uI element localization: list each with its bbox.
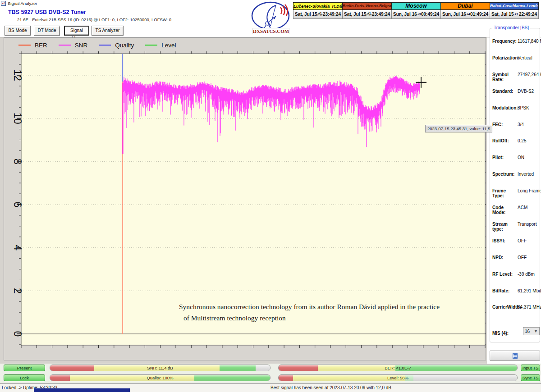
chevron-down-icon: ▼ — [534, 329, 538, 333]
transponder-label: Standard: — [492, 89, 518, 94]
svg-text:0: 0 — [12, 331, 23, 337]
transponder-label: Frame Type: — [492, 188, 518, 198]
clock-utc-offset: +1DST — [317, 12, 323, 17]
clock-date: Sat, Jul 15 — [295, 12, 317, 17]
clock-utc-offset: +1 — [514, 13, 518, 15]
mis-label: MIS (4): — [492, 331, 509, 336]
clock-city-label: Lučenec-Slovakia_R.Dávid — [293, 2, 342, 10]
transponder-label: Code Mode: — [492, 205, 518, 215]
transponder-value: -39 dBm — [518, 272, 535, 277]
clock-date: Sun, Jul 16 — [442, 12, 466, 17]
clock-city-label: Rabat-Casablanca-London — [490, 2, 539, 10]
transponder-row: Spectrum:Inverted — [492, 172, 539, 177]
window-titlebar: Signal Analyzer — [1, 0, 37, 6]
present-button[interactable]: Present — [4, 365, 45, 371]
clock-date: Sat, Jul 15 — [491, 12, 513, 17]
clock-utc-offset: +4 — [466, 13, 470, 15]
clock-hms: 23:49:24 — [372, 12, 390, 17]
transponder-value: 8PSK — [518, 105, 529, 110]
signal-chart-frame: BERSNRQualityLevel 024681012 Synchronous… — [4, 37, 486, 360]
transponder-row: Polarization:Vertical — [492, 55, 539, 60]
input-ts-button[interactable]: Input TS — [521, 365, 540, 371]
svg-text:6: 6 — [12, 202, 23, 208]
svg-text:12: 12 — [12, 69, 23, 81]
svg-text:10: 10 — [12, 113, 23, 124]
transponder-row: CarrierWidth:34,371 MHz — [492, 305, 539, 310]
tab-bs-mode[interactable]: BS Mode — [5, 26, 31, 36]
transponder-groupbox: Transponder [BS] Frequency:11617,840 MHz… — [490, 28, 540, 342]
annotation-line1: Synchronous nanocorrection technology fr… — [179, 301, 468, 312]
transponder-value: 3/4 — [518, 122, 524, 127]
transponder-value: DVB-S2 — [518, 89, 534, 94]
transponder-row: Pilot:ON — [492, 155, 539, 160]
tuner-title: TBS 5927 USB DVB-S2 Tuner — [8, 9, 86, 15]
world-clocks: Lučenec-Slovakia_R.DávidSat, Jul 15+1DST… — [293, 2, 539, 19]
clock-time: Sat, Jul 15+1DST23:49:24 — [293, 10, 342, 19]
bar-label: SNR: 11,4 dB — [50, 365, 270, 371]
clock-city-label: Berlin-Paris-Vienna-Belgrade — [342, 2, 391, 10]
transponder-label: Modulation: — [492, 105, 518, 110]
svg-text:2: 2 — [12, 288, 23, 294]
transponder-value: Transport — [518, 222, 536, 232]
transponder-label: Spectrum: — [492, 172, 518, 177]
transponder-label: Frequency: — [492, 39, 518, 44]
transponder-label: RollOff: — [492, 138, 518, 143]
clock-date: Sat, Jul 15 — [344, 12, 366, 17]
transponder-value: 11617,840 MHz — [518, 39, 541, 44]
clock-time: Sun, Jul 16+401:49:24 — [440, 10, 490, 19]
annotation-line2: of Multistream technology reception — [179, 312, 468, 324]
transponder-row: ISSYI:OFF — [492, 238, 539, 243]
transponder-label: RF Level: — [492, 272, 518, 277]
transponder-value: OFF — [518, 255, 527, 260]
svg-text:4: 4 — [12, 245, 23, 251]
stream-list-button[interactable] — [490, 351, 540, 361]
transponder-row: FEC:3/4 — [492, 122, 539, 127]
statusbar-best-signal: Best signal has been seen at 2023-07-13 … — [270, 385, 391, 390]
transponder-title: Transponder [BS] — [492, 25, 530, 30]
transponder-value: 61,291 Mbit/s — [518, 288, 541, 293]
bar-label: BER: <1.0E-7 — [279, 365, 517, 371]
clock-column: Berlin-Paris-Vienna-BelgradeSat, Jul 15+… — [342, 2, 391, 19]
transponder-label: Stream type: — [492, 222, 518, 232]
tab-signal-mon-[interactable]: Signal Mon. — [64, 26, 89, 36]
signal-bar-level: Level: 56% — [278, 374, 518, 381]
transponder-value: 0.25 — [518, 138, 526, 143]
app-icon — [1, 1, 6, 6]
clock-utc-offset: +3 — [417, 13, 421, 15]
lock-button[interactable]: Lock — [4, 374, 45, 381]
transponder-label: NPD: — [492, 255, 518, 260]
transponder-label: FEC: — [492, 122, 518, 127]
transponder-row: Code Mode:ACM — [492, 205, 539, 215]
mis-row: MIS (4): — [492, 328, 509, 337]
transponder-label: ISSYI: — [492, 238, 518, 243]
signal-bar-ber: BER: <1.0E-7 — [278, 365, 518, 371]
taskbar-fragment — [34, 388, 130, 392]
signal-bar-snr: SNR: 11,4 dB — [50, 365, 270, 371]
transponder-value: Vertical — [518, 55, 532, 60]
transponder-value: OFF — [518, 238, 527, 243]
bar-label: Level: 56% — [279, 375, 517, 381]
clock-column: MoscowSun, Jul 16+300:49:24 — [391, 2, 440, 19]
stream-list-icon — [512, 353, 518, 359]
transponder-value: ON — [518, 155, 524, 160]
transponder-row: BitRate:61,291 Mbit/s — [492, 288, 539, 293]
tuner-subtitle: 21.6E - Eutelsat 21B SES 16 (ID: 0216) @… — [17, 17, 171, 22]
transponder-label: CarrierWidth: — [492, 305, 518, 310]
tab-dt-mode[interactable]: DT Mode — [34, 26, 60, 36]
transponder-row: RollOff:0.25 — [492, 138, 539, 143]
transponder-value: Long Frame — [518, 188, 541, 198]
transponder-label: Symbol Rate: — [492, 72, 518, 82]
transponder-row: Frame Type:Long Frame — [492, 188, 539, 198]
clock-city-label: Moscow — [391, 2, 440, 10]
clock-hms: 23:49:24 — [323, 12, 341, 17]
clock-hms: 01:49:24 — [470, 12, 488, 17]
clock-hms: 00:49:24 — [421, 12, 439, 17]
signal-bar-quality: Quality: 100% — [50, 374, 270, 381]
sync-ts-button[interactable]: Sync TS — [521, 374, 540, 381]
clock-city-label: Dubai — [440, 2, 490, 10]
transponder-value: Inverted — [518, 172, 534, 177]
transponder-value: 27497,264 KS/s — [518, 72, 541, 82]
mis-dropdown[interactable]: 16 ▼ — [523, 327, 540, 335]
tab-ts-analyzer-ok-[interactable]: TS Analyzer (OK) — [92, 26, 124, 36]
transponder-value: 34,371 MHz — [518, 305, 541, 310]
